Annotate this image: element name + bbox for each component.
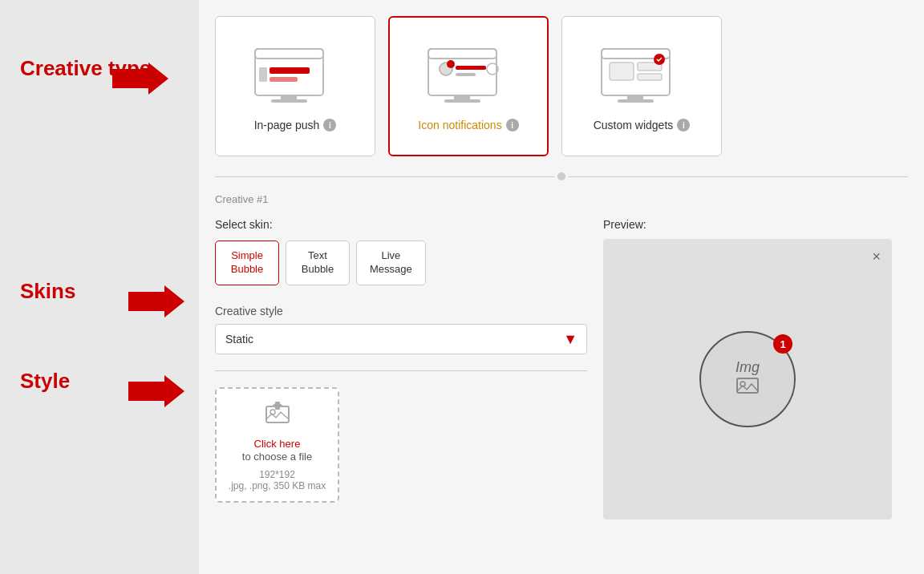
svg-rect-10: [428, 49, 496, 95]
in-page-push-info[interactable]: i: [323, 119, 336, 131]
section-divider: [215, 172, 908, 180]
svg-rect-27: [618, 99, 654, 103]
svg-rect-5: [270, 67, 310, 74]
svg-rect-15: [456, 73, 476, 76]
preview-box: × Img 1: [603, 239, 892, 519]
svg-rect-26: [627, 95, 643, 99]
custom-widgets-info[interactable]: i: [677, 119, 690, 131]
skin-btn-live-message[interactable]: LiveMessage: [356, 241, 426, 285]
preview-label: Preview:: [603, 218, 908, 231]
two-col-layout: Select skin: SimpleBubble TextBubble Liv…: [215, 218, 908, 519]
upload-formats: .jpg, .png, 350 KB max: [229, 480, 326, 491]
sidebar: Creative type Skins Style: [0, 0, 199, 574]
skins-arrow: [128, 285, 184, 321]
preview-close-button[interactable]: ×: [872, 249, 881, 265]
icon-notifications-info[interactable]: i: [506, 119, 519, 131]
svg-point-16: [447, 60, 455, 68]
svg-rect-11: [428, 49, 496, 59]
preview-badge: 1: [773, 334, 792, 354]
card-in-page-push[interactable]: In-page push i: [215, 16, 375, 156]
svg-rect-19: [444, 99, 480, 103]
upload-click-label: Click here: [254, 436, 301, 451]
preview-img-label: Img: [736, 359, 760, 376]
preview-icon-circle: Img 1: [699, 331, 796, 427]
svg-rect-4: [255, 49, 323, 59]
creative-type-cards: In-page push i: [215, 16, 908, 156]
icon-notifications-label: Icon notifications i: [418, 119, 518, 131]
skins-label: Skins: [20, 279, 75, 304]
style-label: Style: [20, 369, 70, 394]
card-icon-notifications[interactable]: Icon notifications i: [388, 16, 549, 156]
card-custom-widgets[interactable]: Custom widgets i: [561, 16, 722, 156]
style-select[interactable]: Static Animated: [215, 324, 587, 354]
svg-rect-24: [638, 74, 662, 80]
custom-widgets-label: Custom widgets i: [594, 119, 691, 131]
svg-rect-18: [454, 95, 470, 99]
svg-marker-0: [112, 63, 168, 95]
icon-notifications-icon: [420, 42, 517, 111]
main-content: In-page push i: [199, 0, 924, 574]
svg-marker-31: [271, 402, 284, 406]
creative-type-arrow: [112, 63, 168, 98]
creative-style-label: Creative style: [215, 305, 587, 317]
in-page-push-label: In-page push i: [254, 119, 337, 131]
style-arrow: [128, 375, 184, 410]
select-skin-label: Select skin:: [215, 218, 587, 231]
svg-marker-1: [128, 285, 184, 317]
upload-icon: [265, 402, 290, 430]
custom-widgets-icon: [594, 42, 690, 111]
upload-text: to choose a file: [242, 451, 312, 463]
svg-rect-14: [456, 66, 486, 70]
svg-rect-6: [270, 77, 298, 82]
svg-rect-22: [610, 63, 634, 80]
skin-btn-text-bubble[interactable]: TextBubble: [286, 241, 350, 285]
left-column: Select skin: SimpleBubble TextBubble Liv…: [215, 218, 587, 519]
style-divider: [215, 370, 587, 371]
skin-btn-simple-bubble[interactable]: SimpleBubble: [215, 241, 279, 285]
upload-size: 192*192: [259, 469, 295, 480]
svg-marker-2: [128, 375, 184, 407]
file-upload-area[interactable]: Click here to choose a file 192*192 .jpg…: [215, 387, 339, 503]
section-title: Creative #1: [215, 193, 908, 205]
skin-buttons-group: SimpleBubble TextBubble LiveMessage: [215, 241, 587, 285]
svg-rect-8: [281, 95, 297, 99]
right-column: Preview: × Img 1: [603, 218, 908, 519]
svg-rect-7: [259, 67, 267, 82]
style-select-wrapper: Static Animated ▼: [215, 324, 587, 354]
preview-img-icon: [736, 376, 759, 400]
svg-rect-9: [271, 99, 307, 103]
in-page-push-icon: [247, 42, 343, 111]
